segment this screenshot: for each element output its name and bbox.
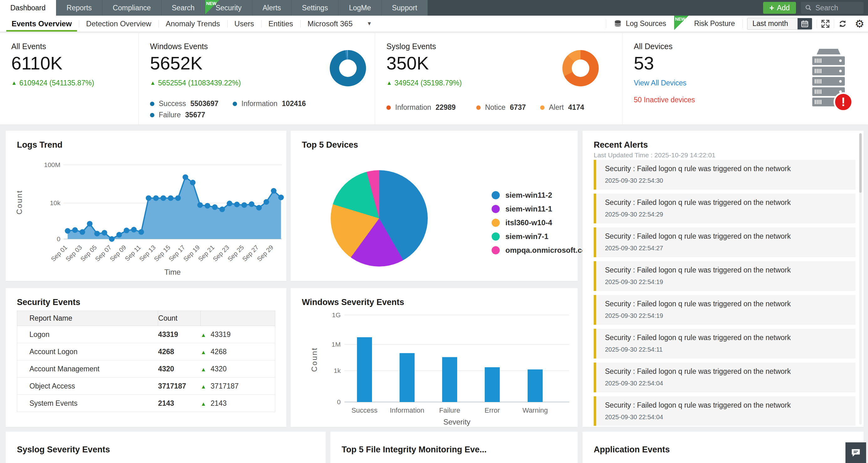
legend-value: 35677 bbox=[185, 111, 205, 119]
alert-message: Security : Failed logon q rule was trigg… bbox=[605, 300, 790, 308]
risk-posture-label: Risk Posture bbox=[694, 20, 735, 28]
tab-label: Events Overview bbox=[11, 20, 72, 28]
alert-item[interactable]: Security : Failed logon q rule was trigg… bbox=[594, 194, 856, 223]
syslog-severity-panel: Syslog Severity Events bbox=[6, 432, 326, 463]
tab-events-overview[interactable]: Events Overview bbox=[4, 15, 79, 32]
nav-tab-reports[interactable]: Reports bbox=[56, 0, 103, 15]
up-arrow-icon: ▲ bbox=[201, 366, 206, 373]
pie-legend-item[interactable]: siem-win7-1 bbox=[492, 230, 593, 243]
table-row[interactable]: Object Access3717187▲3717187 bbox=[17, 377, 275, 395]
windows-events-value: 5652K bbox=[150, 53, 203, 73]
tab-entities[interactable]: Entities bbox=[261, 15, 300, 32]
view-all-devices-link[interactable]: View All Devices bbox=[634, 79, 686, 87]
nav-tab-support[interactable]: Support bbox=[382, 0, 428, 15]
all-events-delta: ▲ 6109424 (541135.87%) bbox=[11, 79, 94, 87]
alert-item[interactable]: Security : Failed logon q rule was trigg… bbox=[594, 160, 856, 190]
svg-text:10k: 10k bbox=[50, 199, 60, 206]
nav-tab-search[interactable]: Search bbox=[162, 0, 206, 15]
tab-label: Anomaly Trends bbox=[166, 20, 220, 28]
syslog-events-delta: ▲ 349524 (35198.79%) bbox=[386, 79, 462, 87]
svg-text:Sep 09: Sep 09 bbox=[108, 244, 127, 262]
pie-legend-item[interactable]: ompqa.onmicrosoft.co... bbox=[492, 243, 593, 257]
nav-tab-security[interactable]: NEWSecurity bbox=[205, 0, 252, 15]
delta-value: 43319 bbox=[211, 330, 231, 338]
expand-icon bbox=[821, 19, 830, 29]
dashboard-tabs: Events OverviewDetection OverviewAnomaly… bbox=[0, 15, 360, 32]
table-row[interactable]: System Events2143▲2143 bbox=[17, 395, 275, 412]
delta-cell: ▲3717187 bbox=[201, 377, 275, 395]
table-row[interactable]: Account Logon4268▲4268 bbox=[17, 343, 275, 360]
windows-events-delta: ▲ 5652554 (11083439.22%) bbox=[150, 79, 241, 87]
col-delta bbox=[201, 311, 275, 326]
top5-devices-title: Top 5 Devices bbox=[302, 140, 358, 150]
risk-posture-button[interactable]: NEW Risk Posture bbox=[674, 15, 742, 32]
database-icon bbox=[614, 20, 622, 28]
nav-tab-label: Dashboard bbox=[10, 4, 46, 12]
tab-users[interactable]: Users bbox=[227, 15, 261, 32]
svg-text:Sep 27: Sep 27 bbox=[241, 244, 259, 262]
up-arrow-icon: ▲ bbox=[201, 349, 206, 355]
count-cell: 4268 bbox=[158, 343, 201, 360]
svg-text:Sep 01: Sep 01 bbox=[50, 244, 68, 262]
tab-label: Entities bbox=[268, 20, 293, 28]
top-nav-tabs: DashboardReportsComplianceSearchNEWSecur… bbox=[0, 0, 428, 15]
nav-tab-dashboard[interactable]: Dashboard bbox=[0, 0, 56, 15]
add-button[interactable]: + Add bbox=[763, 2, 796, 14]
legend-item: Notice6737 bbox=[476, 103, 526, 112]
nav-tab-compliance[interactable]: Compliance bbox=[102, 0, 161, 15]
nav-tab-settings[interactable]: Settings bbox=[291, 0, 339, 15]
nav-tab-alerts[interactable]: Alerts bbox=[252, 0, 292, 15]
alerts-list: Security : Failed logon q rule was trigg… bbox=[594, 160, 856, 426]
pie-legend-item[interactable]: itsl360-w10-4 bbox=[492, 216, 593, 230]
pie-legend-item[interactable]: siem-win11-2 bbox=[492, 188, 593, 202]
alert-item[interactable]: Security : Failed logon q rule was trigg… bbox=[594, 227, 856, 257]
inactive-alert-badge: ! bbox=[834, 92, 853, 112]
settings-gear-icon[interactable]: ⚙ bbox=[851, 15, 868, 32]
svg-text:Time: Time bbox=[164, 268, 181, 276]
alert-item[interactable]: Security : Failed logon q rule was trigg… bbox=[594, 329, 856, 359]
svg-text:Sep 03: Sep 03 bbox=[64, 244, 83, 262]
tabs-overflow-caret-icon[interactable]: ▼ bbox=[360, 21, 379, 27]
support-chat-button[interactable] bbox=[845, 442, 866, 463]
pie-legend-item[interactable]: siem-win11-1 bbox=[492, 202, 593, 216]
refresh-button[interactable] bbox=[834, 15, 851, 32]
alert-timestamp: 2025-09-30 22:54:27 bbox=[605, 245, 663, 252]
top-nav: DashboardReportsComplianceSearchNEWSecur… bbox=[0, 0, 868, 15]
tab-microsoft-365[interactable]: Microsoft 365 bbox=[300, 15, 360, 32]
nav-tab-logme[interactable]: LogMe bbox=[339, 0, 381, 15]
tab-anomaly-trends[interactable]: Anomaly Trends bbox=[158, 15, 227, 32]
top-nav-actions: + Add Search bbox=[763, 0, 868, 15]
svg-text:0: 0 bbox=[337, 398, 341, 405]
alert-item[interactable]: Security : Failed logon q rule was trigg… bbox=[594, 363, 856, 392]
legend-value: 4174 bbox=[568, 103, 584, 112]
calendar-button[interactable] bbox=[798, 18, 812, 30]
date-range-select[interactable]: Last month bbox=[747, 18, 812, 30]
nav-tab-label: LogMe bbox=[349, 4, 371, 12]
recent-alerts-title: Recent Alerts bbox=[594, 140, 648, 150]
alerts-scrollbar-thumb[interactable] bbox=[859, 133, 862, 193]
fullscreen-button[interactable] bbox=[817, 15, 834, 32]
svg-text:Sep 15: Sep 15 bbox=[153, 244, 171, 262]
alert-item[interactable]: Security : Failed logon q rule was trigg… bbox=[594, 261, 856, 291]
legend-label: Failure bbox=[159, 111, 181, 119]
tab-detection-overview[interactable]: Detection Overview bbox=[79, 15, 158, 32]
count-cell: 2143 bbox=[158, 395, 201, 412]
top5-devices-pie-chart bbox=[331, 170, 428, 267]
application-events-title: Application Events bbox=[594, 445, 670, 455]
table-header-row: Report Name Count bbox=[17, 311, 275, 326]
table-row[interactable]: Account Management4320▲4320 bbox=[17, 360, 275, 377]
alert-item[interactable]: Security : Failed logon q rule was trigg… bbox=[594, 396, 856, 426]
legend-item: Information102416 bbox=[232, 99, 306, 108]
svg-text:Success: Success bbox=[351, 406, 377, 414]
top5-devices-legend: siem-win11-2siem-win11-1itsl360-w10-4sie… bbox=[492, 188, 593, 257]
log-sources-button[interactable]: Log Sources bbox=[606, 15, 674, 32]
tab-label: Microsoft 365 bbox=[308, 20, 352, 28]
legend-dot-icon bbox=[492, 246, 500, 254]
chat-bubble-icon bbox=[850, 448, 861, 458]
alert-item[interactable]: Security : Failed logon q rule was trigg… bbox=[594, 295, 856, 325]
table-row[interactable]: Logon43319▲43319 bbox=[17, 326, 275, 343]
global-search-input[interactable]: Search bbox=[801, 2, 864, 14]
alert-timestamp: 2025-09-30 22:54:11 bbox=[605, 346, 662, 353]
svg-text:1k: 1k bbox=[334, 367, 341, 374]
report-name-cell: Account Logon bbox=[17, 343, 158, 360]
